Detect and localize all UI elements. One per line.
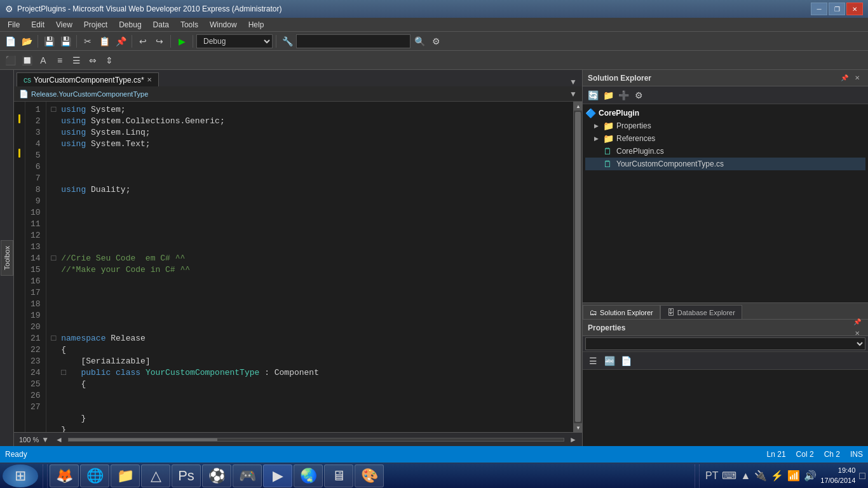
properties-panel: Properties 📌 ✕ ☰ 🔤 📄	[583, 319, 868, 446]
tree-coreplugin-cs[interactable]: 🗒 CorePlugin.cs	[585, 145, 865, 158]
taskbar-app-paint[interactable]: 🎨	[355, 464, 384, 487]
editor-tab-active[interactable]: cs YourCustomComponentType.cs* ✕	[17, 72, 159, 86]
run-btn[interactable]: ▶	[174, 34, 189, 49]
taskbar-app-vs[interactable]: ▶	[263, 464, 292, 487]
clock-area[interactable]: 19:40 17/06/2014	[820, 466, 855, 485]
margin-line-10	[14, 205, 25, 216]
prop-pin-btn[interactable]: 📌	[851, 316, 863, 328]
prop-sort-btn[interactable]: 🔤	[602, 353, 617, 369]
se-add-btn[interactable]: ➕	[616, 88, 631, 103]
show-desktop-btn[interactable]: □	[859, 470, 865, 482]
solution-explorer: Solution Explorer 📌 ✕ 🔄 📁 ➕ ⚙	[583, 70, 868, 319]
taskbar-app-chrome[interactable]: 🌐	[80, 464, 109, 487]
start-button[interactable]: ⊞	[3, 464, 38, 487]
window-controls: ─ ❐ ✕	[811, 3, 863, 15]
tab-database-explorer[interactable]: 🗄 Database Explorer	[660, 305, 742, 319]
taskbar-app-game2[interactable]: 🎮	[233, 464, 262, 487]
tab-solution-explorer[interactable]: 🗂 Solution Explorer	[583, 305, 660, 319]
code-area[interactable]: □ using System; using System.Collections…	[46, 102, 573, 432]
scroll-thumb[interactable]	[575, 112, 581, 422]
margin-line-12	[14, 227, 25, 239]
scroll-right-btn[interactable]: ►	[569, 435, 577, 444]
tree-references[interactable]: ▶ 📁 References	[585, 132, 865, 145]
save-all-btn[interactable]: 💾	[58, 34, 73, 49]
taskbar-app-browser2[interactable]: 🌏	[294, 464, 323, 487]
cut-btn[interactable]: ✂	[80, 34, 95, 49]
tb2-btn2[interactable]: 🔲	[19, 53, 34, 68]
menu-tools[interactable]: Tools	[175, 19, 203, 30]
zoom-dropdown-btn[interactable]: ▼	[41, 435, 49, 444]
toolbox-label[interactable]: Toolbox	[1, 240, 13, 276]
margin-line-4	[14, 136, 25, 147]
debug-config-dropdown[interactable]: Debug	[196, 34, 273, 48]
taskbar-app-explorer[interactable]: 📁	[111, 464, 140, 487]
tray-network-icon[interactable]: 🔌	[754, 470, 767, 482]
search-go-btn[interactable]: 🔍	[412, 34, 427, 49]
prop-cat-btn[interactable]: ☰	[585, 353, 600, 369]
new-project-btn[interactable]: 📄	[3, 34, 18, 49]
menu-data[interactable]: Data	[148, 19, 174, 30]
scroll-up-btn[interactable]: ▲	[574, 102, 582, 111]
taskbar-app-unity[interactable]: △	[141, 464, 170, 487]
tb2-btn3[interactable]: A	[36, 53, 51, 68]
menu-window[interactable]: Window	[205, 19, 242, 30]
taskbar-app-photoshop[interactable]: Ps	[172, 464, 201, 487]
open-btn[interactable]: 📂	[19, 34, 34, 49]
se-pin-btn[interactable]: 📌	[839, 72, 850, 84]
tree-yourcustom-cs[interactable]: 🗒 YourCustomComponentType.cs	[585, 158, 865, 170]
tray-wifi-icon[interactable]: 📶	[787, 470, 800, 482]
taskbar-grip1[interactable]	[43, 464, 48, 487]
tb-sep2	[76, 35, 77, 48]
undo-btn[interactable]: ↩	[135, 34, 151, 49]
se-refresh-btn[interactable]: 🔄	[585, 88, 600, 103]
scrollbar-vertical[interactable]: ▲ ▼	[573, 102, 582, 432]
tab-dropdown-btn[interactable]: ▼	[567, 78, 580, 86]
scroll-down-btn[interactable]: ▼	[574, 423, 582, 432]
redo-btn[interactable]: ↪	[152, 34, 167, 49]
tray-arrow-up-icon[interactable]: ▲	[740, 470, 750, 482]
tb2-btn4[interactable]: ≡	[52, 53, 67, 68]
scroll-left-btn[interactable]: ◄	[55, 435, 63, 444]
breadcrumb-dropdown[interactable]: ▼	[569, 90, 577, 98]
menu-file[interactable]: File	[3, 19, 25, 30]
prop-pages-btn[interactable]: 📄	[618, 353, 634, 369]
prop-dropdown[interactable]	[585, 337, 865, 350]
taskbar-app-monitor[interactable]: 🖥	[324, 464, 353, 487]
tab-close-btn[interactable]: ✕	[147, 76, 152, 83]
tray-lang[interactable]: PT	[705, 470, 718, 482]
menu-view[interactable]: View	[51, 19, 78, 30]
toolbox-tab[interactable]: Toolbox	[0, 70, 14, 446]
tb2-btn5[interactable]: ☰	[69, 53, 84, 68]
tb-sep1	[37, 35, 38, 48]
tray-keyboard-icon[interactable]: ⌨	[722, 470, 736, 482]
taskbar-app-firefox[interactable]: 🦊	[50, 464, 79, 487]
se-folder-btn[interactable]: 📁	[600, 88, 616, 103]
menu-edit[interactable]: Edit	[26, 19, 50, 30]
copy-btn[interactable]: 📋	[97, 34, 112, 49]
menu-debug[interactable]: Debug	[114, 19, 146, 30]
taskbar-app-game1[interactable]: ⚽	[202, 464, 231, 487]
tb2-btn7[interactable]: ⇕	[102, 53, 117, 68]
tb-sep3	[132, 35, 132, 48]
settings-btn[interactable]: ⚙	[428, 34, 444, 49]
search-box[interactable]	[296, 34, 410, 48]
tb2-btn1[interactable]: ⬛	[3, 53, 18, 68]
minimize-button[interactable]: ─	[811, 3, 827, 15]
se-close-btn[interactable]: ✕	[851, 72, 863, 84]
menu-help[interactable]: Help	[243, 19, 269, 30]
taskbar-grip2[interactable]	[695, 464, 700, 487]
se-props-btn[interactable]: ⚙	[631, 88, 646, 103]
tree-properties[interactable]: ▶ 📁 Properties	[585, 119, 865, 132]
restore-button[interactable]: ❐	[829, 3, 845, 15]
tray-volume-icon[interactable]: 🔊	[804, 470, 817, 482]
tab-icon: cs	[24, 76, 31, 85]
close-button[interactable]: ✕	[846, 3, 863, 15]
tree-root[interactable]: 🔷 CorePlugin	[585, 107, 865, 119]
menu-project[interactable]: Project	[79, 19, 112, 30]
toolbar-more-btn[interactable]: 🔧	[280, 34, 295, 49]
paste-btn[interactable]: 📌	[113, 34, 128, 49]
tb2-btn6[interactable]: ⇔	[85, 53, 100, 68]
tray-notify-icon[interactable]: ⚡	[771, 470, 783, 482]
properties-folder-icon: 📁	[603, 121, 614, 131]
save-btn[interactable]: 💾	[41, 34, 57, 49]
